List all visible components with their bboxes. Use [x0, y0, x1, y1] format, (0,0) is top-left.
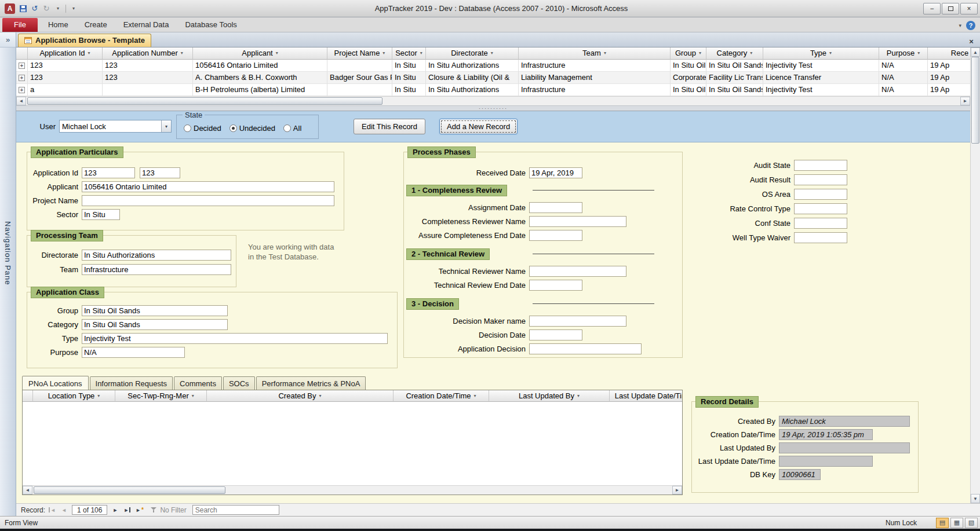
column-header[interactable]: Directorate▾ [426, 47, 519, 60]
form-view-button[interactable]: ▤ [936, 518, 949, 528]
project-name-field[interactable] [82, 195, 334, 206]
cell[interactable] [327, 84, 392, 96]
edit-record-button[interactable]: Edit This Record [354, 119, 425, 134]
decision-date-field[interactable] [529, 329, 582, 340]
last-record-button[interactable]: ► [122, 505, 133, 515]
expand-icon[interactable]: + [19, 75, 25, 81]
cell[interactable]: Closure & Liability (Oil & [426, 72, 519, 84]
column-header[interactable]: Location Type▾ [33, 390, 115, 402]
cell[interactable] [103, 84, 193, 96]
sort-dropdown-icon[interactable]: ▾ [604, 47, 606, 59]
column-header[interactable]: Type▾ [763, 47, 879, 60]
tab-file[interactable]: File [2, 18, 38, 32]
cell[interactable]: Injectivity Test [763, 84, 879, 96]
cell[interactable]: Badger Sour Gas P [327, 72, 392, 84]
cell[interactable]: In Situ [392, 60, 426, 72]
minimize-button[interactable]: − [923, 3, 941, 14]
vscroll-track[interactable] [971, 57, 980, 494]
hscroll-thumb[interactable] [34, 486, 225, 494]
close-button[interactable]: × [960, 3, 978, 14]
audit-state-field[interactable] [794, 160, 847, 171]
cell[interactable]: 19 Ap [928, 72, 970, 84]
applicant-field[interactable] [82, 181, 334, 192]
technical-review-end-field[interactable] [529, 280, 582, 291]
row-expand-cell[interactable]: + [16, 72, 28, 84]
application-id-field-2[interactable] [140, 167, 180, 178]
assure-completeness-field[interactable] [529, 230, 582, 241]
cell[interactable]: Facility Lic Trans [706, 72, 763, 84]
sort-dropdown-icon[interactable]: ▾ [276, 47, 278, 59]
column-header[interactable]: Application Number▾ [103, 47, 193, 60]
cell[interactable]: N/A [879, 60, 928, 72]
scroll-right-icon[interactable]: ► [960, 97, 970, 105]
cell[interactable]: Licence Transfer [763, 72, 879, 84]
restore-button[interactable] [942, 3, 959, 14]
sector-field[interactable] [82, 209, 120, 220]
new-record-button[interactable]: ►* [134, 505, 145, 515]
scroll-left-icon[interactable]: ◄ [16, 97, 26, 105]
datasheet-view-button[interactable]: ▦ [950, 518, 963, 528]
column-header[interactable]: Category▾ [706, 47, 763, 60]
purpose-field[interactable] [82, 347, 185, 358]
table-row[interactable]: + 123 123 A. Chambers & B.H. Coxworth Ba… [16, 72, 970, 84]
received-date-field[interactable] [529, 167, 582, 178]
cell[interactable]: 123 [28, 72, 103, 84]
row-expand-cell[interactable]: + [16, 84, 28, 96]
undo-dropdown-icon[interactable]: ▾ [52, 3, 64, 14]
table-row[interactable]: + a B-H Petroleums (alberta) Limited In … [16, 84, 970, 96]
document-close-icon[interactable]: × [965, 35, 978, 47]
sort-dropdown-icon[interactable]: ▾ [192, 390, 194, 402]
tab-database-tools[interactable]: Database Tools [177, 18, 245, 32]
hscroll-track[interactable] [32, 486, 672, 495]
column-header[interactable]: Sector▾ [392, 47, 426, 60]
row-expand-cell[interactable]: + [16, 60, 28, 72]
column-header[interactable]: Team▾ [519, 47, 671, 60]
radio-icon[interactable] [184, 124, 191, 132]
cell[interactable]: 19 Ap [928, 60, 970, 72]
radio-undecided[interactable]: Undecided [229, 124, 275, 133]
hscroll-thumb[interactable] [27, 97, 382, 105]
conf-state-field[interactable] [794, 218, 847, 229]
cell[interactable]: Corporate [671, 72, 706, 84]
group-field[interactable] [82, 305, 228, 316]
sort-dropdown-icon[interactable]: ▾ [97, 390, 100, 402]
type-field[interactable] [82, 333, 388, 344]
application-decision-field[interactable] [529, 343, 642, 354]
cell[interactable]: In Situ [392, 72, 426, 84]
application-id-field[interactable] [82, 167, 135, 178]
tab-pnoa-locations[interactable]: PNoA Locations [22, 376, 89, 391]
tab-create[interactable]: Create [76, 18, 115, 32]
sort-dropdown-icon[interactable]: ▾ [917, 47, 920, 59]
cell[interactable] [327, 60, 392, 72]
combo-dropdown-icon[interactable]: ▾ [161, 120, 171, 132]
splitform-splitter[interactable]: ·········· [16, 105, 970, 111]
column-header[interactable]: Group▾ [671, 47, 706, 60]
radio-decided[interactable]: Decided [184, 124, 221, 133]
column-header[interactable]: Created By▾ [207, 390, 394, 402]
undo-button[interactable]: ↺ [29, 3, 41, 14]
record-position[interactable]: 1 of 106 [72, 505, 107, 515]
design-view-button[interactable]: ▧ [965, 518, 978, 528]
tab-information-requests[interactable]: Information Requests [90, 376, 173, 390]
sort-dropdown-icon[interactable]: ▾ [491, 47, 493, 59]
save-button[interactable] [17, 3, 29, 14]
sort-dropdown-icon[interactable]: ▾ [420, 47, 422, 59]
expand-icon[interactable]: + [19, 87, 25, 93]
cell[interactable]: 1056416 Ontario Limited [193, 60, 327, 72]
tab-comments[interactable]: Comments [174, 376, 222, 390]
subform-hscrollbar[interactable]: ◄ ► [23, 485, 682, 495]
ribbon-options-icon[interactable]: ▾ [959, 23, 961, 28]
audit-result-field[interactable] [794, 174, 847, 185]
cell[interactable]: 123 [103, 72, 193, 84]
cell[interactable]: In Situ Authorizations [426, 60, 519, 72]
sort-dropdown-icon[interactable]: ▾ [699, 47, 701, 59]
cell[interactable]: In Situ Oil Sands [706, 84, 763, 96]
scroll-down-icon[interactable]: ▼ [971, 494, 980, 503]
column-header[interactable]: Last Updated By▾ [489, 390, 610, 402]
cell[interactable]: N/A [879, 84, 928, 96]
column-header[interactable]: Application Id▾ [28, 47, 103, 60]
cell[interactable]: 19 Ap [928, 84, 970, 96]
search-input[interactable] [192, 505, 279, 515]
cell[interactable]: Infrastructure [519, 84, 671, 96]
cell[interactable]: 123 [28, 60, 103, 72]
